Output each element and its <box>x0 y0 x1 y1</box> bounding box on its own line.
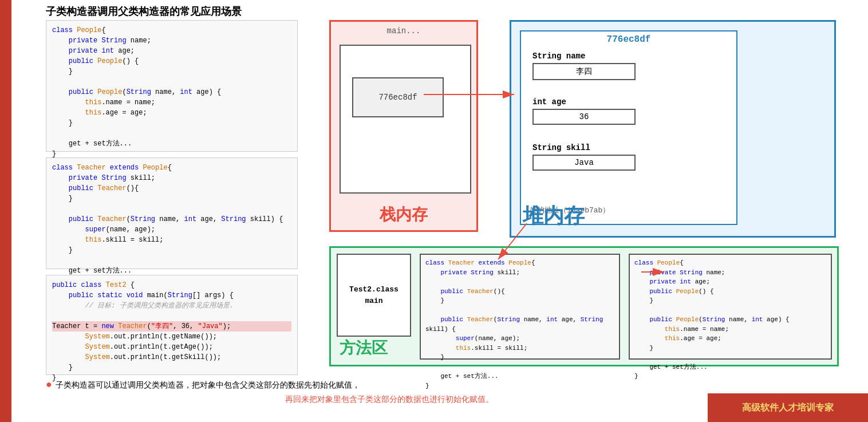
method-people-code: class People{ private String name; priva… <box>629 254 832 360</box>
top-bar <box>0 0 11 422</box>
page-title: 子类构造器调用父类构造器的常见应用场景 <box>46 5 242 18</box>
method-teacher-code: class Teacher extends People{ private St… <box>420 254 620 360</box>
method-label: 方法区 <box>340 337 388 359</box>
stack-addr-value: 776ec8df <box>352 77 444 117</box>
stack-main-label: main... <box>387 26 421 36</box>
heap-memory-box: 776ec8df String name 李四 int age 36 Strin… <box>510 20 836 238</box>
heap-addr: 776ec8df <box>607 34 651 45</box>
method-class-box: Test2.class main <box>337 254 411 337</box>
badge: 高级软件人才培训专家 <box>708 393 868 422</box>
main-content: 子类构造器调用父类构造器的常见应用场景 class People{ privat… <box>11 0 868 422</box>
method-area-box: Test2.class main class Teacher extends P… <box>329 246 839 366</box>
heap-field-age: int age 36 <box>532 97 636 125</box>
stack-memory-box: main... Teacher t 776ec8df 栈内存 <box>329 20 478 232</box>
heap-field-skill: String skill Java <box>532 143 636 171</box>
heap-label: 堆内存 <box>523 202 585 230</box>
heap-value-name: 李四 <box>532 63 636 80</box>
heap-field-name: String name 李四 <box>532 52 636 80</box>
bottom-text-2: 再回来把对象里包含子类这部分的数据也进行初始化赋值。 <box>46 395 733 405</box>
method-main-label: main <box>365 297 382 305</box>
heap-object: 776ec8df String name 李四 int age 36 Strin… <box>520 30 737 225</box>
heap-value-skill: Java <box>532 155 636 171</box>
heap-value-age: 36 <box>532 109 636 125</box>
badge-text: 高级软件人才培训专家 <box>742 402 834 414</box>
code-box-people: class People{ private String name; priva… <box>46 20 298 152</box>
bottom-text-1: ●子类构造器可以通过调用父类构造器，把对象中包含父类这部分的数据先初始化赋值， <box>46 378 360 391</box>
stack-frame: Teacher t 776ec8df <box>340 45 471 194</box>
code-box-teacher: class Teacher extends People{ private St… <box>46 157 298 269</box>
method-class-label: Test2.class <box>349 285 399 294</box>
stack-label: 栈内存 <box>380 204 428 226</box>
code-box-test2: public class Test2 { public static void … <box>46 275 298 375</box>
